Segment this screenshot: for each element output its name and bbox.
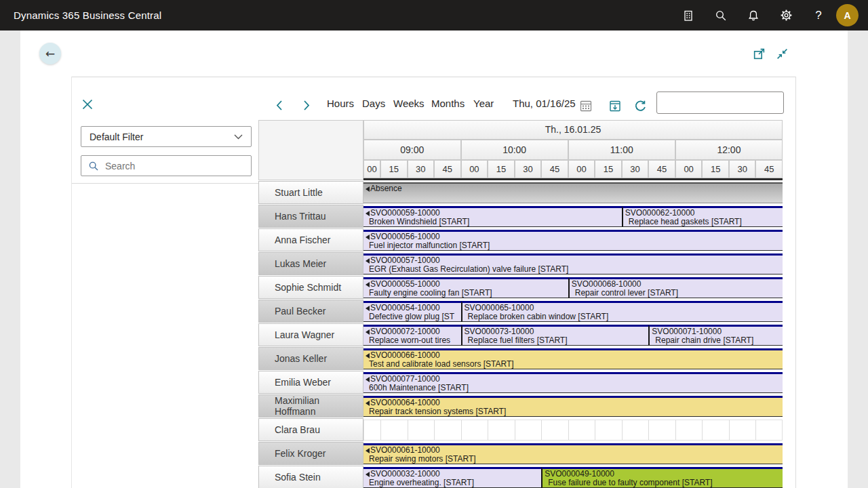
- service-order-bar[interactable]: SVO000068-10000Repair control lever [STA…: [568, 277, 783, 298]
- bar-description-label: Repair swing motors [START]: [363, 455, 783, 464]
- quarter-header-cell: 15: [380, 160, 408, 178]
- refresh-icon[interactable]: [633, 99, 647, 113]
- view-months[interactable]: Months: [431, 98, 465, 109]
- resource-row-emilia-weber[interactable]: Emilia Weber: [258, 371, 363, 394]
- service-order-bar[interactable]: SVO000059-10000Broken Windshield [START]: [363, 206, 622, 227]
- service-order-bar[interactable]: SVO000054-10000Defective glow plug [ST: [363, 301, 461, 322]
- grid-line: [675, 420, 676, 440]
- quarter-header-cell: 15: [702, 160, 729, 178]
- bar-description-label: Replace head gaskets [START]: [623, 218, 783, 226]
- resource-search-input[interactable]: [104, 155, 251, 176]
- view-weeks[interactable]: Weeks: [393, 98, 425, 109]
- search-icon: [88, 161, 99, 171]
- continues-left-icon: [366, 353, 370, 359]
- view-year[interactable]: Year: [473, 98, 494, 109]
- notifications-icon[interactable]: [737, 0, 770, 30]
- gantt-row-maximilian-hoffmann: SVO000064-10000Repair track tension syst…: [363, 394, 783, 418]
- bar-description-label: Engine overheating. [START]: [363, 479, 541, 487]
- gantt-row-laura-wagner: SVO000072-10000Replace worn-out tiresSVO…: [363, 323, 783, 347]
- company-icon[interactable]: [672, 0, 705, 30]
- resource-row-paul-becker[interactable]: Paul Becker: [258, 300, 363, 323]
- service-order-bar[interactable]: SVO000066-10000Test and calibrate load s…: [363, 348, 783, 369]
- service-order-bar[interactable]: SVO000071-10000Repair chain drive [START…: [648, 325, 783, 346]
- grid-line: [568, 420, 569, 440]
- service-order-bar[interactable]: SVO000062-10000Replace head gaskets [STA…: [622, 206, 783, 227]
- service-order-bar[interactable]: SVO000049-10000Fuse failure due to fault…: [541, 467, 783, 488]
- resource-row-jonas-keller[interactable]: Jonas Keller: [258, 347, 363, 370]
- toolbar-search-input[interactable]: [656, 92, 784, 114]
- gantt-row-stuart-little: Absence: [363, 181, 783, 205]
- resource-row-felix-kroger[interactable]: Felix Kroger: [258, 442, 363, 465]
- quarter-header-cell: 15: [595, 160, 622, 178]
- resource-row-maximilian-hoffmann[interactable]: Maximilian Hoffmann: [258, 394, 363, 418]
- grid-line: [515, 420, 515, 440]
- gantt-row-hans-trittau: SVO000059-10000Broken Windshield [START]…: [363, 205, 783, 228]
- filter-dropdown[interactable]: Default Filter: [81, 126, 252, 147]
- resource-row-lukas-meier[interactable]: Lukas Meier: [258, 252, 363, 275]
- chevron-left-icon[interactable]: [275, 100, 284, 111]
- quarter-header-cell: 30: [515, 160, 542, 178]
- service-order-bar[interactable]: SVO000057-10000EGR (Exhaust Gas Recircul…: [363, 253, 783, 274]
- continues-left-icon: [366, 448, 370, 453]
- service-order-bar[interactable]: SVO000072-10000Replace worn-out tires: [363, 325, 461, 346]
- close-icon[interactable]: [81, 98, 94, 110]
- service-order-bar[interactable]: SVO000065-10000Replace broken cabin wind…: [461, 301, 783, 322]
- quarter-header-cell: 45: [755, 160, 783, 178]
- continues-left-icon: [366, 306, 370, 311]
- continues-left-icon: [366, 211, 370, 216]
- resource-row-clara-brau[interactable]: Clara Brau: [258, 418, 363, 441]
- settings-icon[interactable]: [770, 0, 802, 30]
- bar-description-label: Replace fuel filters [START]: [462, 336, 649, 345]
- hour-header-cell: 10:00: [461, 140, 568, 160]
- topbar-actions: ? A: [672, 0, 868, 30]
- service-order-bar[interactable]: SVO000077-10000600h Maintenance [START]: [363, 372, 783, 393]
- gantt-row-sofia-stein: SVO000032-10000Engine overheating. [STAR…: [363, 466, 783, 488]
- resource-row-sophie-schmidt[interactable]: Sophie Schmidt: [258, 276, 363, 299]
- timeline-header-divider: [363, 178, 783, 180]
- view-days[interactable]: Days: [362, 98, 385, 109]
- chevron-down-icon: [234, 134, 243, 140]
- service-order-bar[interactable]: SVO000056-10000Fuel injector malfunction…: [363, 230, 783, 251]
- quarter-header-cell: 00: [363, 160, 380, 178]
- absence-bar[interactable]: Absence: [363, 182, 783, 203]
- bar-description-label: Replace worn-out tires: [363, 336, 461, 345]
- service-order-bar[interactable]: SVO000032-10000Engine overheating. [STAR…: [363, 467, 541, 488]
- open-in-new-window-icon[interactable]: [753, 47, 766, 63]
- avatar[interactable]: A: [836, 4, 859, 26]
- service-order-bar[interactable]: SVO000064-10000Repair track tension syst…: [363, 396, 783, 417]
- quarter-header-cell: 30: [729, 160, 756, 178]
- day-header-cell: Th., 16.01.25: [363, 120, 783, 140]
- bar-description-label: Faulty engine cooling fan [START]: [363, 289, 568, 298]
- resource-row-stuart-little[interactable]: Stuart Little: [258, 181, 363, 204]
- resource-row-anna-fischer[interactable]: Anna Fischer: [258, 228, 363, 251]
- resource-row-laura-wagner[interactable]: Laura Wagner: [258, 323, 363, 346]
- calendar-icon[interactable]: [579, 99, 593, 113]
- help-icon[interactable]: ?: [802, 0, 835, 30]
- current-date-label[interactable]: Thu, 01/16/25: [513, 98, 576, 109]
- grid-line: [408, 420, 408, 440]
- grid-line: [595, 420, 595, 440]
- resource-row-hans-trittau[interactable]: Hans Trittau: [258, 205, 363, 228]
- service-order-bar[interactable]: SVO000061-10000Repair swing motors [STAR…: [363, 443, 783, 464]
- bar-description-label: 600h Maintenance [START]: [363, 384, 783, 392]
- empty-schedule-row[interactable]: [363, 420, 783, 441]
- service-order-bar[interactable]: SVO000055-10000Faulty engine cooling fan…: [363, 277, 568, 298]
- bar-description-label: Repair track tension systems [START]: [363, 407, 783, 416]
- chevron-right-icon[interactable]: [302, 100, 311, 111]
- gantt-row-clara-brau: [363, 418, 783, 442]
- calendar-today-icon[interactable]: [608, 99, 622, 113]
- gantt-row-anna-fischer: SVO000056-10000Fuel injector malfunction…: [363, 228, 783, 252]
- continues-left-icon: [366, 282, 370, 287]
- resource-row-sofia-stein[interactable]: Sofia Stein: [258, 466, 363, 488]
- back-button[interactable]: ←: [39, 43, 61, 64]
- service-order-bar[interactable]: SVO000073-10000Replace fuel filters [STA…: [461, 325, 649, 346]
- bar-description-label: Broken Windshield [START]: [363, 218, 622, 226]
- quarter-header-cell: 00: [461, 160, 488, 178]
- app-top-bar: Dynamics 365 Business Central ? A: [0, 0, 868, 30]
- quarter-header-cell: 45: [648, 160, 675, 178]
- collapse-icon[interactable]: [776, 47, 789, 63]
- view-hours[interactable]: Hours: [327, 98, 354, 109]
- grid-line: [488, 420, 488, 440]
- search-icon[interactable]: [705, 0, 737, 30]
- bar-description-label: EGR (Exhaust Gas Recirculation) valve fa…: [363, 265, 783, 274]
